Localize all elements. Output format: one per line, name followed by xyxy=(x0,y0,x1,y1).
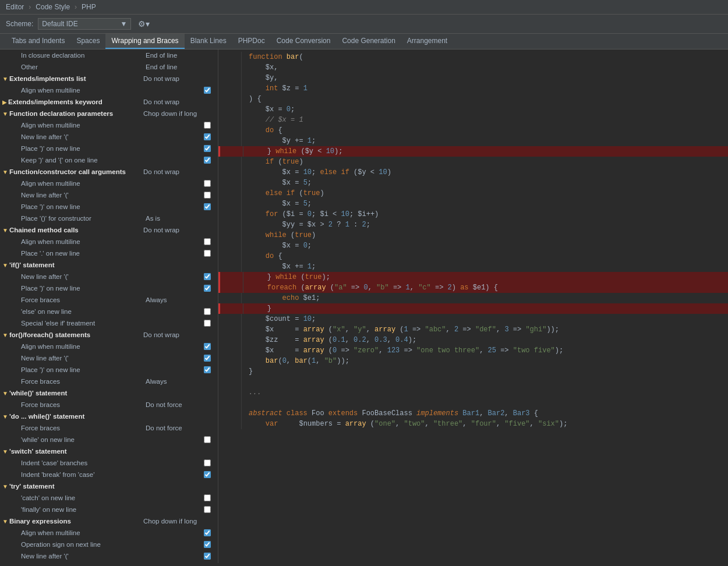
if-else-label: 'else' on new line xyxy=(0,308,202,315)
line-num xyxy=(220,282,243,293)
group-extends-implements-list[interactable]: ▼ Extends/implements list Do not wrap xyxy=(0,73,218,84)
fn-newline-after-label: New line after '(' xyxy=(0,133,202,140)
group-try-statement[interactable]: ▼ 'try' statement xyxy=(0,480,218,492)
code-content: do { xyxy=(242,125,282,136)
fn-keep-checkbox[interactable] xyxy=(204,157,211,164)
code-line: ) { xyxy=(218,94,728,104)
switch-indent-case-checkbox[interactable] xyxy=(204,459,211,466)
extends-align-label: Align when multiline xyxy=(0,87,202,94)
do-while-newline-checkbox[interactable] xyxy=(204,436,211,443)
group-function-declaration[interactable]: ▼ Function declaration parameters Chop d… xyxy=(0,108,218,119)
row-if-else: 'else' on new line xyxy=(0,306,218,317)
function-call-value[interactable]: Do not wrap xyxy=(143,168,213,175)
line-num xyxy=(218,94,242,104)
do-while-braces-value[interactable]: Do not force xyxy=(143,424,213,431)
breadcrumb-php[interactable]: PHP xyxy=(82,3,96,11)
row-fn-align: Align when multiline xyxy=(0,119,218,131)
code-content: for ($i = 0; $i < 10; $i++) xyxy=(242,209,379,220)
bin-newline-label: New line after '(' xyxy=(0,553,202,560)
if-place-paren-checkbox[interactable] xyxy=(204,285,211,292)
tab-tabs-indents[interactable]: Tabs and Indents xyxy=(6,34,70,49)
for-braces-value[interactable]: Always xyxy=(143,378,213,385)
group-function-call[interactable]: ▼ Function/constructor call arguments Do… xyxy=(0,166,218,178)
if-special-else-checkbox[interactable] xyxy=(204,320,211,327)
chain-dot-checkbox[interactable] xyxy=(204,250,211,257)
code-content: int $z = 1 xyxy=(242,83,308,94)
bin-align-checkbox[interactable] xyxy=(204,529,211,536)
fn-align-checkbox[interactable] xyxy=(204,122,211,129)
line-num xyxy=(218,209,242,220)
tab-wrapping-braces[interactable]: Wrapping and Braces xyxy=(105,34,184,49)
group-do-while-statement[interactable]: ▼ 'do ... while()' statement xyxy=(0,411,218,422)
tab-spaces[interactable]: Spaces xyxy=(70,34,105,49)
if-braces-value[interactable]: Always xyxy=(143,296,213,303)
fn-place-paren-checkbox[interactable] xyxy=(204,145,211,152)
do-while-statement-title: 'do ... while()' statement xyxy=(9,413,143,420)
for-foreach-value[interactable]: Do not wrap xyxy=(143,331,213,338)
group-switch-statement[interactable]: ▼ 'switch' statement xyxy=(0,445,218,457)
gear-button[interactable]: ⚙▾ xyxy=(136,18,152,30)
tabs-bar: Tabs and Indents Spaces Wrapping and Bra… xyxy=(0,34,728,49)
setting-row-other: Other End of line xyxy=(0,61,218,73)
for-newline-checkbox[interactable] xyxy=(204,355,211,362)
switch-indent-break-checkbox[interactable] xyxy=(204,471,211,478)
group-binary-expressions[interactable]: ▼ Binary expressions Chop down if long xyxy=(0,515,218,527)
for-align-checkbox-cell xyxy=(202,343,213,350)
extends-implements-keyword-value[interactable]: Do not wrap xyxy=(143,98,213,105)
row-for-braces: Force braces Always xyxy=(0,376,218,387)
call-constructor-value[interactable]: As is xyxy=(143,215,213,222)
line-num xyxy=(218,188,242,199)
if-newline-checkbox[interactable] xyxy=(204,273,211,280)
breadcrumb-editor[interactable]: Editor xyxy=(6,3,24,11)
code-line-highlighted: } while (true); xyxy=(218,272,728,282)
line-num xyxy=(218,230,242,240)
closure-declaration-value[interactable]: End of line xyxy=(143,52,213,59)
code-content: ... xyxy=(242,387,261,398)
group-extends-implements-keyword[interactable]: ▶ Extends/implements keyword Do not wrap xyxy=(0,96,218,108)
triangle-icon11: ▼ xyxy=(2,483,8,490)
bin-op-sign-checkbox[interactable] xyxy=(204,541,211,548)
if-else-checkbox[interactable] xyxy=(204,308,211,315)
try-finally-checkbox[interactable] xyxy=(204,506,211,513)
tab-arrangement[interactable]: Arrangement xyxy=(401,34,453,49)
scheme-select[interactable]: Default IDE ▼ xyxy=(38,18,131,30)
for-align-checkbox[interactable] xyxy=(204,343,211,350)
switch-indent-case-label: Indent 'case' branches xyxy=(0,459,202,466)
chain-align-checkbox[interactable] xyxy=(204,238,211,245)
for-foreach-title: for()/foreach() statements xyxy=(9,331,143,338)
line-num xyxy=(218,324,242,335)
breadcrumb-code-style[interactable]: Code Style xyxy=(36,3,70,11)
triangle-icon5: ▼ xyxy=(2,227,8,234)
call-newline-checkbox[interactable] xyxy=(204,192,211,199)
group-while-statement[interactable]: ▼ 'while()' statement xyxy=(0,387,218,399)
tab-blank-lines[interactable]: Blank Lines xyxy=(185,34,232,49)
binary-expressions-value[interactable]: Chop down if long xyxy=(143,518,213,525)
bin-newline-checkbox[interactable] xyxy=(204,553,211,560)
group-chained-method[interactable]: ▼ Chained method calls Do not wrap xyxy=(0,224,218,236)
triangle-icon2: ▶ xyxy=(2,99,7,105)
code-line: bar(0, bar(1, "b")); xyxy=(218,356,728,366)
line-num xyxy=(218,199,242,209)
if-special-else-checkbox-cell xyxy=(202,320,213,327)
chained-method-value[interactable]: Do not wrap xyxy=(143,227,213,234)
for-place-paren-checkbox[interactable] xyxy=(204,366,211,373)
function-declaration-value[interactable]: Chop down if long xyxy=(143,110,213,117)
while-braces-value[interactable]: Do not force xyxy=(143,401,213,408)
group-if-statement[interactable]: ▼ 'if()' statement xyxy=(0,259,218,271)
tab-phpdoc[interactable]: PHPDoc xyxy=(232,34,271,49)
tab-code-conversion[interactable]: Code Conversion xyxy=(271,34,337,49)
call-place-paren-checkbox[interactable] xyxy=(204,203,211,210)
extends-implements-list-value[interactable]: Do not wrap xyxy=(143,75,213,82)
tab-code-generation[interactable]: Code Generation xyxy=(336,34,401,49)
fn-newline-after-checkbox[interactable] xyxy=(204,133,211,140)
try-catch-label: 'catch' on new line xyxy=(0,494,202,501)
code-line xyxy=(218,398,728,408)
other-value[interactable]: End of line xyxy=(143,63,213,70)
group-for-foreach[interactable]: ▼ for()/foreach() statements Do not wrap xyxy=(0,329,218,341)
try-catch-checkbox[interactable] xyxy=(204,494,211,501)
call-align-checkbox[interactable] xyxy=(204,180,211,187)
for-align-label: Align when multiline xyxy=(0,343,202,350)
if-place-paren-label: Place ')' on new line xyxy=(0,285,202,292)
extends-align-checkbox[interactable] xyxy=(204,87,211,94)
code-line xyxy=(218,377,728,387)
